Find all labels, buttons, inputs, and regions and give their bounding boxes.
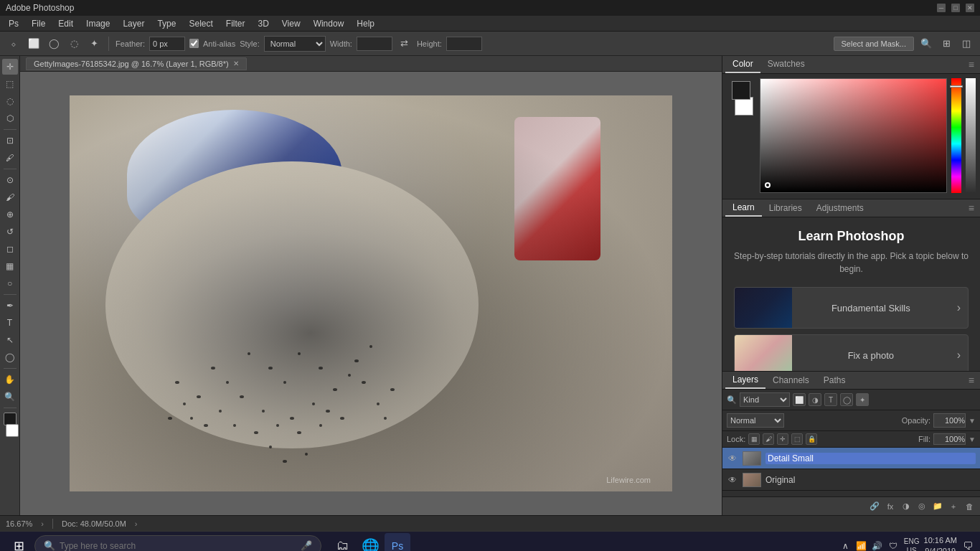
filter-kind-select[interactable]: Kind [740,392,790,407]
new-layer-icon[interactable]: + [947,500,960,513]
ellipse-marquee-icon[interactable]: ◯ [46,36,62,52]
taskbar-app-chrome[interactable]: 🌐 [357,533,383,552]
hue-slider[interactable] [951,78,961,193]
dodge-tool[interactable]: ○ [2,276,18,291]
history-brush-tool[interactable]: ↺ [2,224,18,240]
menu-window[interactable]: Window [308,17,350,30]
lasso-icon[interactable]: ◌ [66,36,82,52]
status-doc-arrow[interactable]: › [135,519,138,528]
eraser-tool[interactable]: ◻ [2,241,18,257]
filter-adjustment-icon[interactable]: ◑ [809,393,821,406]
height-input[interactable] [446,37,482,51]
filter-pixel-icon[interactable]: ⬜ [793,393,806,406]
blend-mode-select[interactable]: Normal Multiply Screen [727,413,784,428]
opacity-dropdown-icon[interactable]: ▼ [969,417,976,425]
network-icon[interactable]: 📶 [855,540,868,552]
lock-image-icon[interactable]: 🖌 [763,433,774,445]
learn-card-fixphoto[interactable]: Fix a photo › [734,334,969,372]
swap-dimensions-icon[interactable]: ⇄ [397,36,413,52]
opacity-slider[interactable] [966,78,976,193]
spot-heal-tool[interactable]: ⊙ [2,172,18,188]
hand-tool[interactable]: ✋ [2,372,18,387]
fill-dropdown-icon[interactable]: ▼ [969,435,976,443]
background-color[interactable] [6,424,19,437]
close-button[interactable]: ✕ [966,4,974,12]
new-adjustment-icon[interactable]: ◎ [915,500,928,513]
taskbar-app-explorer[interactable]: 🗂 [330,533,356,552]
brush-tool[interactable]: 🖌 [2,189,18,205]
link-layers-icon[interactable]: 🔗 [868,500,881,513]
microphone-icon[interactable]: 🎤 [301,540,312,551]
tab-paths[interactable]: Paths [816,372,853,388]
maximize-button[interactable]: □ [951,4,960,12]
lock-position-icon[interactable]: ✛ [777,433,788,445]
start-button[interactable]: ⊞ [6,533,32,552]
antivirus-icon[interactable]: 🛡 [887,540,900,552]
layer-item-original[interactable]: 👁 Original [722,469,980,491]
menu-layer[interactable]: Layer [117,17,150,30]
menu-help[interactable]: Help [351,17,380,30]
opacity-input[interactable]: 100% [933,413,966,428]
learn-panel-menu-icon[interactable]: ≡ [966,199,977,217]
tab-layers[interactable]: Layers [725,372,765,389]
layer-item-detail-small[interactable]: 👁 Detail Small [722,448,980,469]
tab-color[interactable]: Color [725,56,760,73]
move-tool-icon[interactable]: ⬦ [6,36,22,52]
taskbar-app-photoshop[interactable]: Ps [385,533,410,552]
move-tool[interactable]: ✛ [2,59,18,75]
shape-tool[interactable]: ◯ [2,349,18,365]
search-bar[interactable]: 🔍 🎤 [34,535,321,552]
crop-tool[interactable]: ⊡ [2,133,18,149]
lock-artboard-icon[interactable]: ⬚ [791,433,803,445]
quick-select-tool[interactable]: ⬡ [2,110,18,126]
stamp-tool[interactable]: ⊕ [2,207,18,222]
clock[interactable]: 10:16 AM9/4/2019 [924,535,957,551]
feather-input[interactable] [149,37,185,51]
tab-swatches[interactable]: Swatches [760,56,812,73]
select-and-mask-button[interactable]: Select and Mask... [834,37,915,51]
add-mask-icon[interactable]: ◑ [900,500,913,513]
menu-ps[interactable]: Ps [3,17,24,30]
tab-channels[interactable]: Channels [765,372,816,388]
tab-adjustments[interactable]: Adjustments [809,200,871,216]
magic-wand-icon[interactable]: ✦ [86,36,102,52]
rect-marquee-icon[interactable]: ⬜ [26,36,42,52]
menu-filter[interactable]: Filter [220,17,251,30]
lasso-tool[interactable]: ◌ [2,93,18,109]
fill-input[interactable]: 100% [933,433,966,445]
antialias-checkbox[interactable] [189,39,199,48]
doc-tab-close[interactable]: ✕ [233,60,239,67]
menu-edit[interactable]: Edit [52,17,79,30]
menu-3d[interactable]: 3D [252,17,274,30]
rect-select-tool[interactable]: ⬚ [2,76,18,92]
notification-icon[interactable]: 🗨 [961,540,974,552]
search-toolbar-icon[interactable]: 🔍 [918,36,934,52]
tab-libraries[interactable]: Libraries [762,200,809,216]
tab-learn[interactable]: Learn [725,199,762,217]
type-tool[interactable]: T [2,315,18,331]
delete-layer-icon[interactable]: 🗑 [963,500,976,513]
path-select-tool[interactable]: ↖ [2,332,18,348]
panel-arrange-icon[interactable]: ⊞ [938,36,954,52]
document-tab[interactable]: GettyImages-76185342.jpg @ 16.7% (Layer … [26,57,247,70]
lock-all-icon[interactable]: 🔒 [806,433,817,445]
menu-type[interactable]: Type [151,17,182,30]
color-field[interactable] [760,78,947,193]
pen-tool[interactable]: ✒ [2,298,18,314]
menu-view[interactable]: View [276,17,306,30]
menu-file[interactable]: File [26,17,51,30]
foreground-color-swatch[interactable] [732,81,750,100]
zoom-tool[interactable]: 🔍 [2,389,18,405]
workspace-icon[interactable]: ◫ [958,36,974,52]
gradient-tool[interactable]: ▦ [2,258,18,274]
layers-panel-menu-icon[interactable]: ≡ [966,372,977,389]
canvas-container[interactable]: Lifewire.com [20,72,722,515]
minimize-button[interactable]: ─ [937,4,946,12]
width-input[interactable] [357,37,392,51]
menu-image[interactable]: Image [80,17,116,30]
menu-select[interactable]: Select [183,17,218,30]
volume-icon[interactable]: 🔊 [871,540,884,552]
filter-shape-icon[interactable]: ◯ [840,393,853,406]
search-input[interactable] [60,541,296,551]
color-panel-menu-icon[interactable]: ≡ [966,56,977,73]
